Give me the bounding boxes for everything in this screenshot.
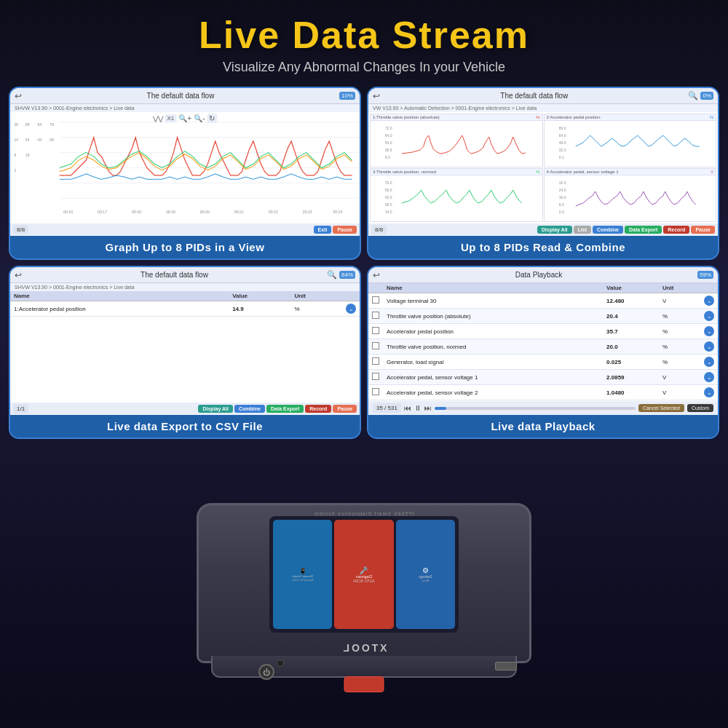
table-row: Voltage terminal 30 12.480 V ⌄ bbox=[368, 293, 718, 309]
screen-title-3: The default data flow bbox=[22, 271, 327, 279]
screen-header-2: ↩ The default data flow 🔍 0% bbox=[368, 88, 718, 104]
row-unit: % bbox=[659, 309, 700, 324]
usb-port bbox=[495, 662, 517, 670]
svg-text:00:24: 00:24 bbox=[333, 210, 342, 214]
mini-graph-br: 4:Accelerator pedal, sensor voltage 1 V … bbox=[544, 168, 717, 222]
svg-text:00:23: 00:23 bbox=[303, 210, 312, 214]
refresh-icon[interactable]: ↻ bbox=[207, 114, 217, 123]
mini-svg-tl: 72.0 64.0 54.0 36.9 0.0 bbox=[371, 121, 542, 161]
device-section: IP508S Smart Diagnostics System ⚙ Settin… bbox=[0, 445, 728, 670]
row-check bbox=[368, 309, 383, 324]
back-icon-2[interactable]: ↩ bbox=[373, 91, 380, 101]
row-unit: % bbox=[659, 324, 700, 339]
record-btn-2[interactable]: Record bbox=[663, 226, 689, 234]
row-action-1: ⌄ bbox=[342, 301, 360, 317]
row-detail-btn[interactable]: ⌄ bbox=[704, 341, 714, 352]
col-unit-3: Unit bbox=[290, 291, 342, 301]
row-detail-btn[interactable]: ⌄ bbox=[704, 372, 714, 382]
row-detail-btn[interactable]: ⌄ bbox=[704, 296, 714, 306]
svg-text:32.0: 32.0 bbox=[558, 148, 566, 152]
mini-graph-bl: 3:Throttle valve position, normed % 70.0… bbox=[370, 168, 543, 222]
table-row: Accelerator pedal, sensor voltage 1 2.08… bbox=[368, 370, 718, 385]
table-container-3: Name Value Unit 1:Accelerator pedal posi… bbox=[10, 291, 360, 403]
device-screen-inner: ⚙ Settings More 🔧 Diagnosis AUTO SCAN 📱 … bbox=[269, 516, 459, 633]
col-value-3: Value bbox=[229, 291, 290, 301]
device-tile-remote: 📱 Remote Control Special Function bbox=[273, 520, 332, 629]
row-name: Accelerator pedal position bbox=[383, 324, 603, 339]
combine-btn-3[interactable]: Combine bbox=[234, 405, 265, 413]
svg-text:64.0: 64.0 bbox=[385, 133, 392, 138]
breadcrumb-3: SHVW V13.90 > 0001-Engine electronics > … bbox=[10, 283, 360, 291]
svg-text:42.0: 42.0 bbox=[385, 195, 392, 199]
row-detail-btn-1[interactable]: ⌄ bbox=[346, 304, 356, 314]
col-name-4: Name bbox=[383, 283, 603, 293]
data-export-btn-2[interactable]: Data Export bbox=[625, 226, 662, 234]
svg-text:24.0: 24.0 bbox=[558, 188, 566, 192]
search-icon-2[interactable]: 🔍 bbox=[688, 91, 698, 100]
skip-back-btn[interactable]: ⏮ bbox=[404, 404, 411, 412]
mini-graph-panels: 1:Throttle valve position (absolute) % 7… bbox=[368, 112, 718, 223]
back-icon[interactable]: ↩ bbox=[15, 91, 22, 101]
row-name: Throttle valve position, normed bbox=[383, 339, 603, 355]
custom-btn[interactable]: Custom bbox=[687, 404, 713, 412]
playback-controls: 35 / 531 ⏮ ⏸ ⏭ Cancel Selected Custom bbox=[368, 401, 718, 415]
pause-btn-2[interactable]: Pause bbox=[691, 226, 715, 234]
power-button[interactable]: ⏻ bbox=[258, 664, 274, 680]
screen-8pids: ↩ The default data flow 🔍 0% VW V13.90 >… bbox=[368, 88, 718, 236]
svg-text:0.0: 0.0 bbox=[385, 155, 390, 159]
row-detail-btn[interactable]: ⌄ bbox=[704, 311, 714, 321]
toolbar-1: 8/8 Exit Pause bbox=[10, 223, 360, 236]
row-detail-btn[interactable]: ⌄ bbox=[704, 357, 714, 367]
skip-fwd-btn[interactable]: ⏭ bbox=[424, 404, 432, 412]
svg-text:54: 54 bbox=[25, 138, 30, 142]
svg-text:2: 2 bbox=[14, 168, 16, 173]
row-action: ⌄ bbox=[700, 370, 718, 385]
row-unit: % bbox=[659, 339, 700, 355]
svg-text:8: 8 bbox=[14, 153, 16, 157]
zoom-out-icon[interactable]: 🔍- bbox=[194, 114, 205, 122]
svg-text:64: 64 bbox=[38, 122, 42, 127]
list-btn-2[interactable]: List bbox=[574, 226, 591, 234]
search-icon-3[interactable]: 🔍 bbox=[327, 270, 337, 280]
row-detail-btn[interactable]: ⌄ bbox=[704, 326, 714, 336]
svg-text:14.0: 14.0 bbox=[385, 210, 392, 214]
pause-btn-3[interactable]: Pause bbox=[333, 405, 357, 413]
play-pause-btn[interactable]: ⏸ bbox=[414, 404, 422, 412]
zoom-x1[interactable]: X1 bbox=[165, 114, 177, 122]
row-value: 1.0480 bbox=[603, 385, 659, 400]
progress-track[interactable] bbox=[435, 407, 636, 410]
record-btn-3[interactable]: Record bbox=[305, 405, 331, 413]
panel-graph-pids: ↩ The default data flow 10% SHVW V13.90 … bbox=[9, 87, 361, 260]
data-export-btn-3[interactable]: Data Export bbox=[266, 405, 304, 413]
screen-header-1: ↩ The default data flow 10% bbox=[10, 88, 360, 104]
mini-graph-tl: 1:Throttle valve position (absolute) % 7… bbox=[370, 114, 543, 167]
row-check bbox=[368, 355, 383, 370]
svg-text:00:17: 00:17 bbox=[98, 210, 107, 214]
mini-svg-tr: 80.0 64.0 48.0 32.0 0.1 bbox=[545, 121, 716, 161]
combine-btn-2[interactable]: Combine bbox=[593, 226, 623, 234]
mini-svg-br: 32.0 24.0 16.0 8.0 0.0 bbox=[545, 175, 716, 215]
pause-button-1[interactable]: Pause bbox=[333, 226, 357, 234]
device-body: IP508S Smart Diagnostics System ⚙ Settin… bbox=[197, 503, 531, 663]
display-all-btn-3[interactable]: Display All bbox=[198, 405, 233, 413]
back-icon-4[interactable]: ↩ bbox=[373, 270, 380, 280]
svg-text:00:22: 00:22 bbox=[269, 210, 278, 214]
cancel-selected-btn[interactable]: Cancel Selected bbox=[638, 404, 684, 412]
row-name: Accelerator pedal, sensor voltage 1 bbox=[383, 370, 603, 385]
panel-label-4: Live data Playback bbox=[368, 415, 718, 438]
table-row: Generator, load signal 0.025 % ⌄ bbox=[368, 355, 718, 370]
display-all-btn-2[interactable]: Display All bbox=[537, 226, 572, 234]
obd-connector bbox=[344, 676, 384, 692]
svg-text:72.0: 72.0 bbox=[385, 126, 392, 130]
back-icon-3[interactable]: ↩ bbox=[15, 270, 22, 280]
exit-button[interactable]: Exit bbox=[314, 226, 332, 234]
svg-text:00:19: 00:19 bbox=[166, 210, 175, 214]
svg-text:32.0: 32.0 bbox=[558, 181, 566, 185]
zoom-in-icon[interactable]: 🔍+ bbox=[178, 114, 191, 122]
row-detail-btn[interactable]: ⌄ bbox=[704, 387, 714, 397]
svg-text:48.0: 48.0 bbox=[558, 141, 566, 145]
col-unit-4: Unit bbox=[659, 283, 700, 293]
row-action: ⌄ bbox=[700, 293, 718, 309]
page-indicator-1: 8/8 bbox=[13, 225, 28, 234]
svg-text:50: 50 bbox=[50, 138, 54, 142]
